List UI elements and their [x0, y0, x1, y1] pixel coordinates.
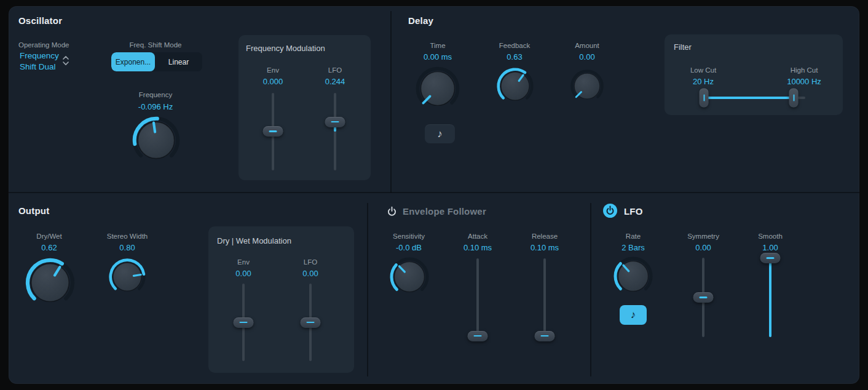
filter-low-cut-label: Low Cut: [660, 66, 746, 74]
note-icon: ♪: [631, 309, 636, 321]
stereo-width-knob[interactable]: [108, 258, 146, 296]
frequency-label: Frequency: [112, 91, 199, 98]
output-section-title: Output: [18, 205, 49, 216]
dry-wet-knob[interactable]: [25, 257, 76, 308]
delay-time-knob[interactable]: [415, 66, 460, 111]
frequency-modulation-panel: [239, 35, 371, 180]
fm-lfo-value[interactable]: 0.244: [292, 77, 378, 86]
dwm-env-slider[interactable]: [231, 284, 256, 361]
envelope-follower-power-icon[interactable]: [387, 205, 397, 217]
delay-section-title: Delay: [408, 15, 433, 26]
dry-wet-modulation-panel: [208, 226, 354, 373]
dwm-lfo-label: LFO: [267, 258, 353, 266]
lfo-rate-knob[interactable]: [613, 256, 653, 296]
filter-range-slider[interactable]: [701, 88, 805, 108]
note-icon: ♪: [437, 128, 443, 140]
lfo-power-icon: [603, 204, 617, 218]
freq-shift-mode-label: Freq. Shift Mode: [112, 41, 199, 49]
dry-wet-modulation-title: Dry | Wet Modulation: [217, 236, 291, 245]
frequency-value[interactable]: -0.096 Hz: [112, 102, 199, 111]
delay-amount-label: Amount: [544, 42, 630, 49]
release-slider[interactable]: [532, 258, 557, 340]
dry-wet-label: Dry/Wet: [6, 233, 92, 240]
filter-low-cut-value[interactable]: 20 Hz: [660, 77, 746, 86]
plugin-screenshot: Oscillator Operating Mode Frequency Shif…: [0, 0, 868, 390]
freq-shift-mode-option-exponential[interactable]: Exponen...: [111, 52, 155, 71]
lfo-section-title: LFO: [624, 206, 643, 217]
lfo-power-button[interactable]: [603, 204, 617, 218]
stereo-width-label: Stereo Width: [84, 233, 170, 240]
oscillator-section-title: Oscillator: [18, 15, 62, 26]
operating-mode-value-line2: Shift Dual: [20, 62, 59, 73]
delay-feedback-knob[interactable]: [496, 67, 534, 105]
dwm-lfo-slider[interactable]: [298, 284, 323, 361]
dry-wet-value[interactable]: 0.62: [6, 243, 92, 252]
lfo-symmetry-slider[interactable]: [691, 258, 716, 337]
divider-oscillator-delay: [390, 11, 392, 193]
filter-high-cut-label: High Cut: [761, 66, 847, 74]
divider-output-envfollower: [367, 203, 368, 376]
lfo-smooth-label: Smooth: [727, 233, 813, 240]
dwm-lfo-value[interactable]: 0.00: [267, 269, 353, 278]
delay-time-value[interactable]: 0.00 ms: [395, 52, 481, 62]
delay-amount-value[interactable]: 0.00: [544, 52, 630, 62]
release-value[interactable]: 0.10 ms: [502, 243, 588, 252]
operating-mode-dropdown[interactable]: Frequency Shift Dual: [20, 50, 59, 72]
delay-sync-button[interactable]: ♪: [425, 124, 455, 143]
operating-mode-label: Operating Mode: [18, 41, 69, 49]
attack-slider[interactable]: [465, 258, 490, 340]
frequency-modulation-title: Frequency Modulation: [246, 44, 325, 53]
sensitivity-knob[interactable]: [389, 257, 430, 297]
stereo-width-value[interactable]: 0.80: [84, 243, 170, 252]
filter-high-cut-handle: [789, 89, 799, 108]
filter-title: Filter: [674, 42, 692, 52]
lfo-smooth-slider[interactable]: [758, 258, 783, 337]
fm-env-slider[interactable]: [261, 93, 285, 170]
frequency-knob[interactable]: [132, 116, 181, 165]
fm-lfo-label: LFO: [292, 66, 378, 74]
operating-mode-value-line1: Frequency: [20, 50, 59, 62]
envelope-follower-section-title: Envelope Follower: [403, 206, 486, 217]
delay-amount-knob[interactable]: [570, 69, 604, 103]
divider-horizontal: [9, 192, 859, 193]
lfo-sync-button[interactable]: ♪: [620, 305, 647, 325]
filter-high-cut-value[interactable]: 10000 Hz: [761, 77, 847, 86]
delay-time-label: Time: [395, 42, 481, 49]
divider-envfollower-lfo: [590, 203, 591, 376]
lfo-smooth-value[interactable]: 1.00: [727, 243, 813, 252]
freq-shift-mode-segmented-control: Exponen... Linear: [111, 52, 202, 71]
release-label: Release: [502, 233, 588, 240]
freq-shift-mode-option-linear[interactable]: Linear: [155, 52, 202, 71]
chevron-up-down-icon[interactable]: [62, 55, 69, 66]
filter-low-cut-handle: [700, 89, 709, 108]
fm-lfo-slider[interactable]: [323, 93, 347, 170]
